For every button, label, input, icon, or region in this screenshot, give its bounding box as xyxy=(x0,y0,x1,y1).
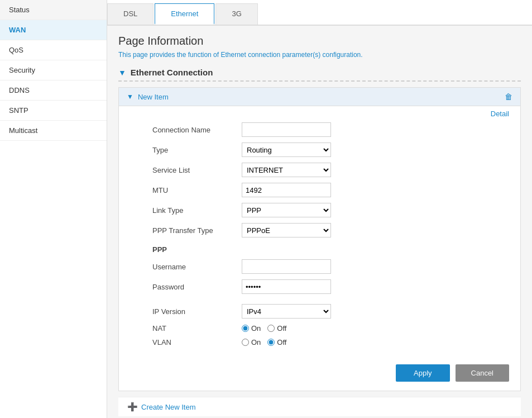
buttons-row: Apply Cancel xyxy=(119,359,520,391)
connection-name-input[interactable] xyxy=(242,122,331,137)
vlan-on-radio[interactable] xyxy=(242,339,249,346)
vlan-off-radio[interactable] xyxy=(267,339,275,346)
vlan-radio-group: On Off xyxy=(242,338,286,346)
link-type-select[interactable]: PPP Direct xyxy=(242,203,331,217)
create-new-label: Create New Item xyxy=(141,403,196,411)
ip-version-row: IP Version IPv4 IPv6 xyxy=(152,304,509,319)
password-row: Password xyxy=(152,279,509,294)
nat-label: NAT xyxy=(152,324,242,332)
username-row: Username xyxy=(152,259,509,274)
section-collapse-icon[interactable]: ▼ xyxy=(118,68,126,77)
nat-on-radio[interactable] xyxy=(242,325,249,332)
sidebar-item-status[interactable]: Status xyxy=(0,0,107,20)
item-name: New Item xyxy=(138,93,169,101)
type-row: Type Routing Bridging xyxy=(152,142,509,157)
link-type-label: Link Type xyxy=(152,206,242,215)
mtu-row: MTU xyxy=(152,183,509,197)
nat-radio-group: On Off xyxy=(242,324,286,332)
item-collapse-icon[interactable]: ▼ xyxy=(127,93,133,101)
nat-off-radio[interactable] xyxy=(267,325,275,332)
nat-on-option[interactable]: On xyxy=(242,324,261,332)
vlan-row: VLAN On Off xyxy=(152,338,509,346)
sidebar-item-sntp[interactable]: SNTP xyxy=(0,101,107,121)
ppp-transfer-type-row: PPP Transfer Type PPPoE PPPoA xyxy=(152,223,509,238)
form-area: Connection Name Type Routing Bridging Se… xyxy=(119,119,520,359)
content-area: Page Information This page provides the … xyxy=(107,26,532,418)
type-select[interactable]: Routing Bridging xyxy=(242,142,331,157)
username-input[interactable] xyxy=(242,259,331,274)
mtu-label: MTU xyxy=(152,186,242,194)
tab-bar: DSL Ethernet 3G xyxy=(107,0,532,26)
ppp-transfer-type-select[interactable]: PPPoE PPPoA xyxy=(242,223,331,238)
ip-version-label: IP Version xyxy=(152,307,242,316)
connection-name-label: Connection Name xyxy=(152,126,242,134)
sidebar: Status WAN QoS Security DDNS SNTP Multic… xyxy=(0,0,107,418)
ppp-transfer-type-label: PPP Transfer Type xyxy=(152,226,242,235)
item-panel: ▼ New Item 🗑 Detail Connection Name Type xyxy=(118,87,521,391)
sidebar-item-qos[interactable]: QoS xyxy=(0,40,107,60)
section-header: ▼ Ethernet Connection xyxy=(118,68,521,82)
create-plus-icon: ➕ xyxy=(127,402,138,412)
vlan-off-option[interactable]: Off xyxy=(267,338,286,346)
apply-button[interactable]: Apply xyxy=(396,364,450,382)
create-new-item-row[interactable]: ➕ Create New Item xyxy=(118,397,521,416)
cancel-button[interactable]: Cancel xyxy=(456,364,509,382)
sidebar-item-multicast[interactable]: Multicast xyxy=(0,121,107,141)
ppp-section-label: PPP xyxy=(152,245,242,254)
link-type-row: Link Type PPP Direct xyxy=(152,203,509,217)
delete-icon[interactable]: 🗑 xyxy=(505,92,512,101)
item-header: ▼ New Item 🗑 xyxy=(119,88,520,106)
nat-row: NAT On Off xyxy=(152,324,509,332)
vlan-label: VLAN xyxy=(152,338,242,346)
ppp-section-row: PPP xyxy=(152,243,509,254)
service-list-row: Service List INTERNET OTHER xyxy=(152,163,509,177)
tab-dsl[interactable]: DSL xyxy=(107,3,154,25)
page-title: Page Information xyxy=(118,35,521,48)
page-description: This page provides the function of Ether… xyxy=(118,51,521,59)
sidebar-item-ddns[interactable]: DDNS xyxy=(0,80,107,101)
vlan-on-option[interactable]: On xyxy=(242,338,261,346)
username-label: Username xyxy=(152,263,242,271)
service-list-select[interactable]: INTERNET OTHER xyxy=(242,163,331,177)
service-list-label: Service List xyxy=(152,166,242,174)
password-input[interactable] xyxy=(242,279,331,294)
sidebar-item-security[interactable]: Security xyxy=(0,60,107,80)
tab-3g[interactable]: 3G xyxy=(215,3,257,25)
connection-name-row: Connection Name xyxy=(152,122,509,137)
main-content: DSL Ethernet 3G Page Information This pa… xyxy=(107,0,532,418)
sidebar-item-wan[interactable]: WAN xyxy=(0,20,107,40)
tab-ethernet[interactable]: Ethernet xyxy=(155,3,214,25)
detail-row: Detail xyxy=(119,106,520,119)
mtu-input[interactable] xyxy=(242,183,331,197)
type-label: Type xyxy=(152,146,242,154)
detail-link[interactable]: Detail xyxy=(491,110,509,118)
nat-off-option[interactable]: Off xyxy=(267,324,286,332)
ip-version-select[interactable]: IPv4 IPv6 xyxy=(242,304,331,319)
password-label: Password xyxy=(152,283,242,291)
